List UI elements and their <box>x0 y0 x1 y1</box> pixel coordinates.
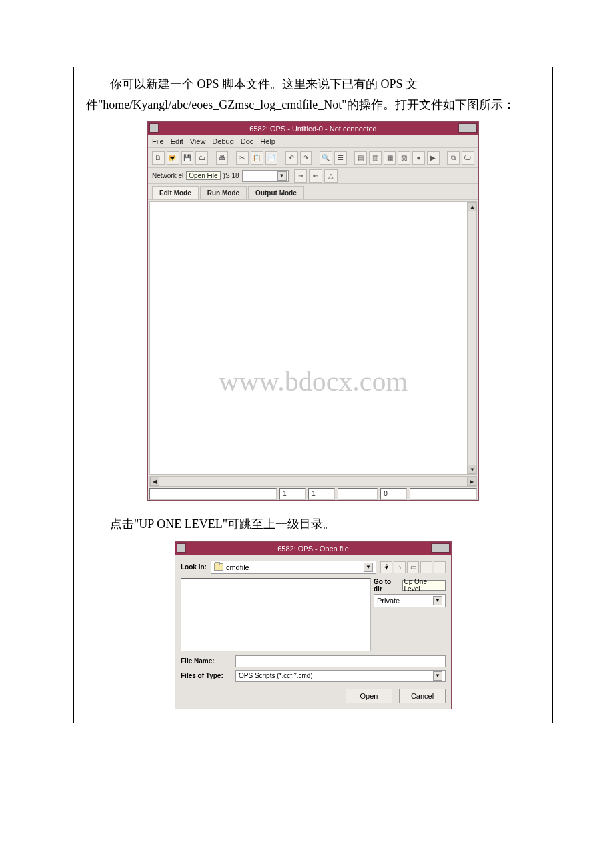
watermark-text: www.bdocx.com <box>219 365 408 397</box>
file-list[interactable] <box>181 578 371 651</box>
status-bar: 1 1 0 <box>148 487 478 500</box>
editor-area[interactable]: ▲ ▼ www.bdocx.com <box>149 201 477 475</box>
dialog-title-text: 6582: OPS - Open file <box>277 545 349 553</box>
ops-window: 6582: OPS - Untitled-0 - Not connected F… <box>147 121 479 501</box>
filename-row: File Name: <box>181 655 446 667</box>
ops-title-text: 6582: OPS - Untitled-0 - Not connected <box>249 125 376 133</box>
disconnect-icon[interactable]: ⇤ <box>309 169 322 183</box>
open-file-icon[interactable]: 📂 <box>167 151 179 165</box>
dialog-controls-icon[interactable] <box>431 543 450 553</box>
status-cell-end <box>410 488 477 500</box>
menu-view[interactable]: View <box>190 137 206 145</box>
chevron-down-icon: ▼ <box>364 563 373 572</box>
private-label: Private <box>377 597 400 605</box>
tab-edit-mode[interactable]: Edit Mode <box>152 186 199 199</box>
menu-debug[interactable]: Debug <box>212 137 233 145</box>
dialog-body: Look In: cmdfile ▼ ⤴ ⌂ ▭ ☳ ☷ <box>175 555 451 709</box>
chevron-down-icon: ▼ <box>433 596 442 605</box>
filetype-row: Files of Type: OPS Scripts (*.ccf;*.cmd)… <box>181 670 446 682</box>
warning-icon[interactable]: △ <box>324 169 338 183</box>
paragraph-2: 点击"UP ONE LEVEL"可跳至上一级目录。 <box>86 514 540 535</box>
private-dropdown[interactable]: Private ▼ <box>374 594 446 607</box>
status-cell-3: 0 <box>380 488 407 500</box>
tab-output-mode[interactable]: Output Mode <box>248 186 304 199</box>
open-file-tooltip: Open File <box>186 171 220 180</box>
status-cell-2: 1 <box>308 488 335 500</box>
paste-icon[interactable]: 📄 <box>265 151 278 165</box>
up-one-level-icon[interactable]: ⤴ <box>380 561 392 573</box>
cancel-button[interactable]: Cancel <box>399 689 446 703</box>
menu-file[interactable]: File <box>152 137 164 145</box>
dialog-view-icons: ⤴ ⌂ ▭ ☳ ☷ <box>380 561 446 573</box>
menu-help[interactable]: Help <box>260 137 275 145</box>
goto-label: Go to dir <box>374 578 401 593</box>
ops-titlebar: 6582: OPS - Untitled-0 - Not connected <box>148 122 478 135</box>
scroll-left-icon[interactable]: ◀ <box>150 477 159 486</box>
document-page: 你可以新建一个 OPS 脚本文件。这里来说下已有的 OPS 文件"home/Ky… <box>0 0 613 868</box>
lookin-row: Look In: cmdfile ▼ ⤴ ⌂ ▭ ☳ ☷ <box>181 561 446 574</box>
link-icon[interactable]: ⧉ <box>447 151 460 165</box>
bookmark2-icon[interactable]: ▥ <box>369 151 382 165</box>
bookmark4-icon[interactable]: ▧ <box>398 151 410 165</box>
chevron-down-icon: ▼ <box>277 171 287 181</box>
up-one-level-tooltip: Up One Level <box>402 580 446 591</box>
monitor-icon[interactable]: 🖵 <box>462 151 474 165</box>
menu-edit[interactable]: Edit <box>171 137 183 145</box>
filename-label: File Name: <box>181 657 231 665</box>
tab-run-mode[interactable]: Run Mode <box>200 186 247 199</box>
save-all-icon[interactable]: 🗂 <box>195 151 208 165</box>
menu-doc[interactable]: Doc <box>241 137 254 145</box>
filetype-dropdown[interactable]: OPS Scripts (*.ccf;*.cmd) ▼ <box>235 670 446 682</box>
find-icon[interactable]: 🔍 <box>320 151 332 165</box>
toolbar: 🗋 📂 💾 🗂 🖶 ✂ 📋 📄 ↶ ↷ 🔍 ☰ ▤ ▥ ▦ <box>148 148 478 168</box>
window-menu-icon[interactable] <box>149 123 159 133</box>
list-icon[interactable]: ☰ <box>334 151 347 165</box>
scroll-down-icon[interactable]: ▼ <box>468 465 477 474</box>
bookmark1-icon[interactable]: ▤ <box>354 151 367 165</box>
play-icon[interactable]: ▶ <box>427 151 440 165</box>
status-cell-empty <box>149 488 277 500</box>
open-file-dialog: 6582: OPS - Open file Look In: cmdfile ▼… <box>175 541 452 709</box>
tab-row: Edit Mode Run Mode Output Mode <box>148 184 478 200</box>
vertical-scrollbar[interactable]: ▲ ▼ <box>467 202 476 474</box>
filetype-value: OPS Scripts (*.ccf;*.cmd) <box>239 672 313 679</box>
save-icon[interactable]: 💾 <box>181 151 194 165</box>
paragraph-1: 你可以新建一个 OPS 脚本文件。这里来说下已有的 OPS 文件"home/Ky… <box>86 74 540 115</box>
network-dropdown[interactable]: ▼ <box>242 170 289 182</box>
record-icon[interactable]: ● <box>412 151 425 165</box>
filename-input[interactable] <box>235 655 446 667</box>
menubar: File Edit View Debug Doc Help <box>148 135 478 148</box>
chevron-down-icon: ▼ <box>433 671 442 681</box>
undo-icon[interactable]: ↶ <box>285 151 298 165</box>
lookin-label: Look In: <box>181 563 207 571</box>
detail-view-icon[interactable]: ☷ <box>434 561 446 573</box>
redo-icon[interactable]: ↷ <box>300 151 312 165</box>
dialog-buttons: Open Cancel <box>181 689 446 703</box>
cut-icon[interactable]: ✂ <box>236 151 249 165</box>
window-controls-icon[interactable] <box>458 123 477 133</box>
dialog-mid-row: Go to dir Up One Level Private ▼ <box>181 578 446 651</box>
filetype-label: Files of Type: <box>181 672 231 679</box>
network-label: Network el <box>152 172 183 179</box>
connect-icon[interactable]: ⇥ <box>294 169 307 183</box>
horizontal-scrollbar[interactable]: ◀ ▶ <box>149 476 477 487</box>
new-file-icon[interactable]: 🗋 <box>152 151 165 165</box>
network-row: Network el Open File )S 18 ▼ ⇥ ⇤ △ <box>148 168 478 184</box>
dialog-titlebar: 6582: OPS - Open file <box>175 542 451 555</box>
lookin-value: cmdfile <box>226 563 249 571</box>
print-icon[interactable]: 🖶 <box>216 151 229 165</box>
dialog-menu-icon[interactable] <box>177 543 186 553</box>
home-icon[interactable]: ⌂ <box>394 561 406 573</box>
scroll-up-icon[interactable]: ▲ <box>468 202 477 211</box>
copy-icon[interactable]: 📋 <box>251 151 263 165</box>
content-frame: 你可以新建一个 OPS 脚本文件。这里来说下已有的 OPS 文件"home/Ky… <box>73 67 553 723</box>
scroll-right-icon[interactable]: ▶ <box>467 477 476 486</box>
bookmark3-icon[interactable]: ▦ <box>384 151 396 165</box>
new-folder-icon[interactable]: ▭ <box>407 561 419 573</box>
lookin-dropdown[interactable]: cmdfile ▼ <box>211 561 376 574</box>
status-cell-1: 1 <box>279 488 306 500</box>
status-cell-3pad <box>338 488 378 500</box>
list-view-icon[interactable]: ☳ <box>420 561 432 573</box>
folder-icon <box>214 563 223 571</box>
open-button[interactable]: Open <box>346 689 392 703</box>
